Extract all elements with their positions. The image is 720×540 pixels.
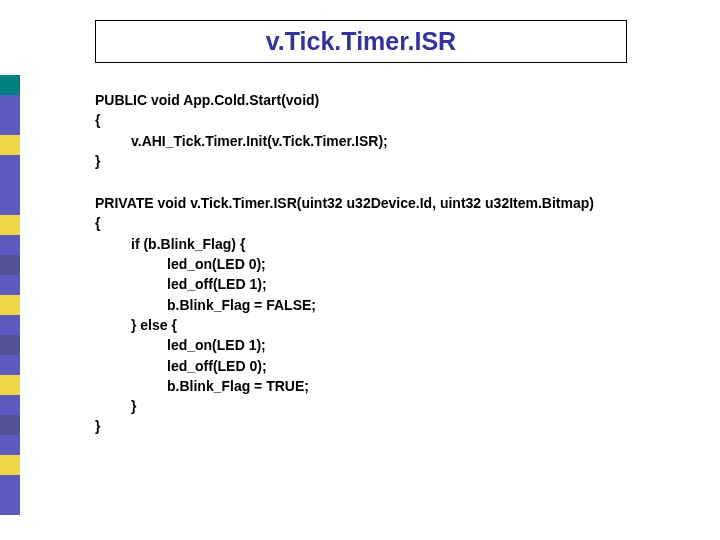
sidebar-square — [0, 135, 20, 155]
code-line: } — [95, 396, 695, 416]
code-line: } else { — [95, 315, 695, 335]
sidebar-square — [0, 475, 20, 495]
code-line: { — [95, 213, 695, 233]
code-line: led_on(LED 0); — [95, 254, 695, 274]
sidebar-square — [0, 415, 20, 435]
code-line: b.Blink_Flag = TRUE; — [95, 376, 695, 396]
code-line: PUBLIC void App.Cold.Start(void) — [95, 90, 695, 110]
sidebar-square — [0, 155, 20, 175]
code-line: led_off(LED 0); — [95, 356, 695, 376]
sidebar-square — [0, 275, 20, 295]
code-line: if (b.Blink_Flag) { — [95, 234, 695, 254]
sidebar-square — [0, 195, 20, 215]
sidebar-square — [0, 175, 20, 195]
sidebar-square — [0, 375, 20, 395]
sidebar-square — [0, 315, 20, 335]
code-content: PUBLIC void App.Cold.Start(void) { v.AHI… — [95, 90, 695, 437]
sidebar-square — [0, 215, 20, 235]
sidebar-square — [0, 455, 20, 475]
sidebar-square — [0, 395, 20, 415]
sidebar-square — [0, 355, 20, 375]
code-line: { — [95, 110, 695, 130]
code-line: led_off(LED 1); — [95, 274, 695, 294]
sidebar-square — [0, 235, 20, 255]
decorative-sidebar — [0, 75, 27, 515]
sidebar-square — [0, 95, 20, 115]
sidebar-square — [0, 75, 20, 95]
code-line: } — [95, 151, 695, 171]
code-line: PRIVATE void v.Tick.Timer.ISR(uint32 u32… — [95, 193, 695, 213]
sidebar-square — [0, 115, 20, 135]
slide-title: v.Tick.Timer.ISR — [95, 20, 627, 63]
sidebar-square — [0, 495, 20, 515]
code-line: } — [95, 416, 695, 436]
sidebar-square — [0, 255, 20, 275]
sidebar-square — [0, 295, 20, 315]
sidebar-square — [0, 335, 20, 355]
sidebar-square — [0, 435, 20, 455]
code-line: v.AHI_Tick.Timer.Init(v.Tick.Timer.ISR); — [95, 131, 695, 151]
code-line: led_on(LED 1); — [95, 335, 695, 355]
code-line: b.Blink_Flag = FALSE; — [95, 295, 695, 315]
